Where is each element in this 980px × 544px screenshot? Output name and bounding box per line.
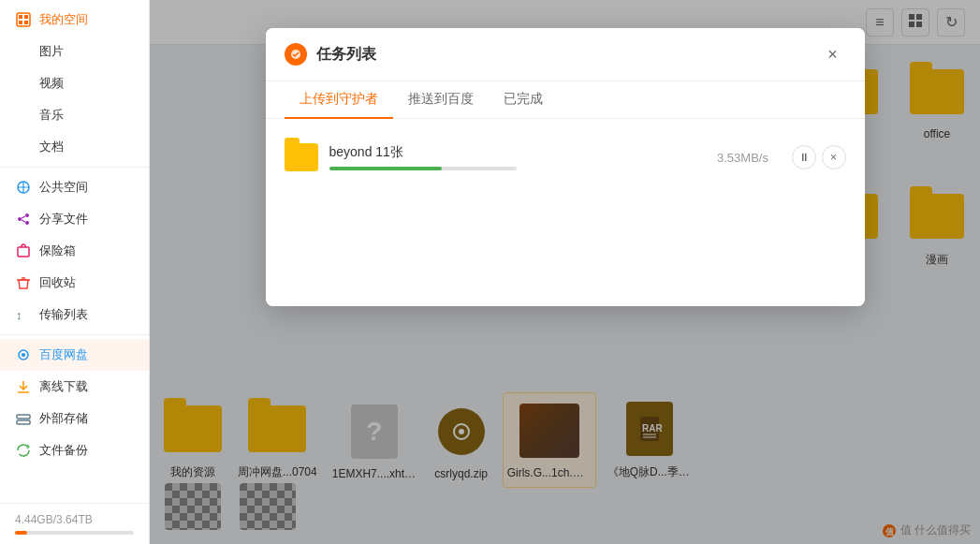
sidebar-item-vault[interactable]: 保险箱: [0, 235, 149, 267]
music-icon: [15, 107, 32, 124]
sidebar-item-transfer-list[interactable]: ↕ 传输列表: [0, 299, 149, 331]
storage-info: 4.44GB/3.64TB: [0, 503, 149, 544]
main-area: ≡ ↻ 合集: [150, 0, 980, 544]
sidebar-item-my-space[interactable]: 我的空间: [0, 4, 149, 36]
svg-point-8: [25, 221, 29, 225]
sidebar: 我的空间 图片 视频 音乐 文档 公共空间 分享文件 保险箱: [0, 0, 150, 544]
sidebar-label-file-backup: 文件备份: [39, 442, 88, 459]
dialog-overlay: 任务列表 × 上传到守护者 推送到百度 已完成 beyond 11张: [150, 0, 980, 544]
baidu-icon: [15, 346, 32, 363]
sidebar-label-music: 音乐: [39, 107, 64, 124]
dialog-logo-icon: [289, 48, 302, 61]
svg-rect-3: [19, 21, 22, 24]
storage-icon: [15, 410, 32, 427]
storage-fill: [15, 531, 27, 535]
tab-completed[interactable]: 已完成: [489, 81, 558, 119]
doc-icon: [15, 139, 32, 155]
trash-icon: [15, 274, 32, 291]
task-progress-fill: [329, 167, 442, 170]
sidebar-label-shared-files: 分享文件: [39, 211, 88, 228]
sidebar-item-baidu-pan[interactable]: 百度网盘: [0, 339, 149, 371]
dialog-header: 任务列表 ×: [266, 28, 865, 81]
sidebar-item-public-space[interactable]: 公共空间: [0, 171, 149, 203]
transfer-icon: ↕: [15, 306, 32, 323]
tab-upload[interactable]: 上传到守护者: [285, 81, 393, 119]
svg-point-7: [18, 217, 22, 221]
sidebar-label-my-space: 我的空间: [39, 11, 88, 28]
task-controls: ⏸ ×: [792, 145, 846, 169]
sidebar-item-pictures[interactable]: 图片: [0, 36, 149, 67]
image-icon: [15, 43, 32, 60]
svg-text:↕: ↕: [16, 308, 22, 322]
task-cancel-button[interactable]: ×: [822, 145, 846, 169]
sidebar-label-recycle: 回收站: [39, 274, 76, 291]
svg-point-6: [25, 213, 29, 217]
task-progress-bar: [329, 167, 517, 170]
sidebar-item-file-backup[interactable]: 文件备份: [0, 434, 149, 466]
dialog-title: 任务列表: [316, 45, 820, 65]
sidebar-label-public-space: 公共空间: [39, 179, 88, 196]
cancel-icon: ×: [830, 151, 837, 164]
sidebar-item-music[interactable]: 音乐: [0, 99, 149, 131]
svg-rect-9: [18, 247, 29, 257]
dialog-tabs: 上传到守护者 推送到百度 已完成: [266, 81, 865, 119]
dialog-title-icon: [285, 43, 307, 66]
video-icon: [15, 75, 32, 92]
divider2: [0, 334, 149, 335]
tab-push-baidu[interactable]: 推送到百度: [393, 81, 489, 119]
sidebar-item-documents[interactable]: 文档: [0, 131, 149, 163]
task-name: beyond 11张: [329, 144, 695, 161]
storage-label: 4.44GB/3.64TB: [15, 513, 93, 526]
pause-icon: ⏸: [798, 151, 810, 164]
task-info: beyond 11张: [329, 144, 695, 170]
sidebar-item-recycle[interactable]: 回收站: [0, 267, 149, 299]
task-pause-button[interactable]: ⏸: [792, 145, 816, 169]
svg-rect-4: [24, 21, 28, 24]
divider1: [0, 167, 149, 168]
sidebar-item-external-storage[interactable]: 外部存储: [0, 403, 149, 434]
dialog-body: beyond 11张 3.53MB/s ⏸ ×: [266, 119, 865, 306]
backup-icon: [15, 442, 32, 459]
sidebar-item-shared-files[interactable]: 分享文件: [0, 203, 149, 235]
task-list-dialog: 任务列表 × 上传到守护者 推送到百度 已完成 beyond 11张: [266, 28, 865, 306]
sidebar-label-baidu-pan: 百度网盘: [39, 346, 88, 363]
sidebar-label-pictures: 图片: [39, 43, 64, 60]
share-icon: [15, 211, 32, 228]
sidebar-item-offline-download[interactable]: 离线下载: [0, 371, 149, 403]
svg-rect-13: [17, 415, 30, 419]
sidebar-label-external-storage: 外部存储: [39, 410, 88, 427]
sidebar-label-transfer-list: 传输列表: [39, 306, 88, 323]
svg-rect-1: [19, 15, 22, 19]
public-icon: [15, 179, 32, 196]
download-icon: [15, 378, 32, 395]
task-item-0: beyond 11张 3.53MB/s ⏸ ×: [285, 134, 846, 181]
storage-bar: [15, 531, 134, 535]
sidebar-item-videos[interactable]: 视频: [0, 67, 149, 99]
sidebar-label-offline-download: 离线下载: [39, 378, 88, 395]
dialog-close-button[interactable]: ×: [820, 41, 846, 67]
svg-rect-14: [17, 420, 30, 424]
vault-icon: [15, 243, 32, 259]
sidebar-label-videos: 视频: [39, 75, 64, 92]
sidebar-label-vault: 保险箱: [39, 243, 76, 259]
svg-rect-2: [24, 15, 28, 19]
sidebar-label-documents: 文档: [39, 139, 64, 155]
home-icon: [15, 11, 32, 28]
task-folder-icon: [285, 143, 318, 171]
task-speed: 3.53MB/s: [706, 151, 781, 165]
svg-point-12: [22, 353, 25, 357]
